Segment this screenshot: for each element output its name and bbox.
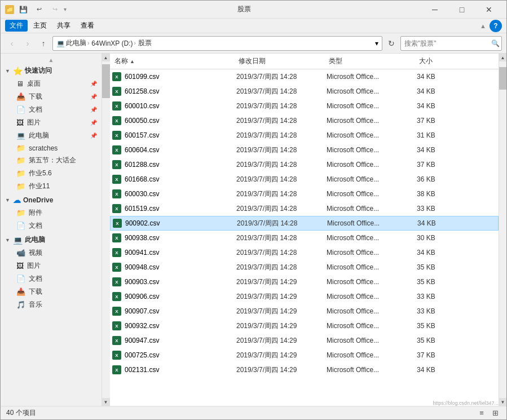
quick-redo-btn[interactable]: ↪: [48, 3, 61, 16]
sidebar-scroll-down-btn[interactable]: ▼: [102, 398, 110, 406]
minimize-button[interactable]: ─: [422, 1, 448, 19]
help-button[interactable]: ?: [490, 20, 502, 32]
quick-undo-btn[interactable]: ↩: [32, 3, 46, 16]
csv-icon: X: [112, 336, 121, 345]
downloads-icon: 📥: [16, 92, 25, 101]
col-header-type[interactable]: 类型: [327, 54, 417, 69]
file-name-cell: X 900907.csv: [112, 307, 236, 316]
quick-save-btn[interactable]: 💾: [16, 3, 30, 16]
right-scrollbar: ▲ ▼: [499, 54, 506, 406]
main-area: ▲ ▼ ⭐ 快速访问 🖥 桌面 📌 📥 下载 📌: [1, 54, 506, 406]
file-size-cell: 34 KB: [417, 146, 462, 154]
table-row[interactable]: X 900902.csv 2019/3/7/周四 14:28 Microsoft…: [110, 216, 499, 231]
table-row[interactable]: X 600604.csv 2019/3/7/周四 14:28 Microsoft…: [110, 143, 499, 157]
table-row[interactable]: X 002131.csv 2019/3/7/周四 14:29 Microsoft…: [110, 362, 499, 377]
csv-icon: X: [112, 116, 121, 125]
file-list-area: 名称 ▲ 修改日期 类型 大小 X 601099.csv 201: [110, 54, 499, 406]
ribbon-toggle[interactable]: ▲: [480, 23, 486, 29]
menu-view[interactable]: 查看: [76, 20, 99, 32]
file-name-cell: X 601099.csv: [112, 72, 236, 81]
sidebar-item-downloads[interactable]: 📥 下载 📌: [1, 90, 102, 103]
sidebar-item-hw56[interactable]: 📁 作业5.6: [1, 167, 102, 180]
file-date-cell: 2019/3/7/周四 14:29: [236, 336, 327, 346]
back-button[interactable]: ‹: [5, 37, 19, 50]
hw56-icon: 📁: [16, 169, 25, 178]
sidebar-header-onedrive[interactable]: ▼ ☁ OneDrive: [1, 194, 102, 206]
sidebar-header-quick-access[interactable]: ▼ ⭐ 快速访问: [1, 64, 102, 77]
up-button[interactable]: ↑: [37, 37, 50, 50]
sidebar-item-pictures[interactable]: 🖼 图片 📌: [1, 116, 102, 129]
file-date-cell: 2019/3/7/周四 14:29: [236, 307, 327, 316]
sidebar-item-od-documents[interactable]: 📄 文档: [1, 219, 102, 232]
sidebar-header-this-pc[interactable]: ▼ 💻 此电脑: [1, 233, 102, 246]
sidebar-scroll-up-btn[interactable]: ▲: [102, 54, 110, 61]
file-type-cell: Microsoft Office...: [327, 249, 417, 257]
file-name-cell: X 601519.csv: [112, 204, 236, 213]
list-view-icon[interactable]: ≡: [476, 408, 487, 419]
sidebar-scroll-up[interactable]: ▲: [1, 56, 102, 64]
file-name-cell: X 601288.csv: [112, 160, 236, 169]
path-current: 股票: [138, 38, 152, 48]
table-row[interactable]: X 601519.csv 2019/3/7/周四 14:28 Microsoft…: [110, 201, 499, 216]
sidebar-item-desktop[interactable]: 🖥 桌面 📌: [1, 77, 102, 90]
file-size-cell: 35 KB: [417, 278, 462, 286]
search-input[interactable]: [404, 39, 489, 47]
table-row[interactable]: X 900947.csv 2019/3/7/周四 14:29 Microsoft…: [110, 333, 499, 348]
col-header-size[interactable]: 大小: [417, 54, 462, 69]
onedrive-arrow: ▼: [5, 197, 11, 203]
sidebar-item-scratches[interactable]: 📁 scratches: [1, 142, 102, 154]
file-name-cell: X 600157.csv: [112, 131, 236, 140]
scroll-down-btn[interactable]: ▼: [499, 398, 507, 406]
table-row[interactable]: X 900906.csv 2019/3/7/周四 14:29 Microsoft…: [110, 289, 499, 304]
menu-share[interactable]: 共享: [52, 20, 75, 32]
sidebar-item-videos[interactable]: 📹 视频: [1, 246, 102, 259]
sidebar-item-documents[interactable]: 📄 文档 📌: [1, 103, 102, 116]
grid-view-icon[interactable]: ⊞: [490, 408, 501, 419]
scroll-thumb[interactable]: [499, 67, 507, 90]
file-size-cell: 33 KB: [417, 293, 462, 300]
onedrive-icon: ☁: [13, 196, 21, 205]
sidebar-scroll-thumb[interactable]: [102, 64, 110, 98]
col-header-name[interactable]: 名称 ▲: [112, 54, 236, 69]
sidebar-item-pc-downloads[interactable]: 📥 下载: [1, 285, 102, 298]
maximize-button[interactable]: □: [449, 1, 475, 19]
sidebar-item-pc-documents[interactable]: 📄 文档: [1, 272, 102, 285]
forward-button[interactable]: ›: [21, 37, 34, 50]
file-size-cell: 36 KB: [417, 175, 462, 183]
table-row[interactable]: X 600030.csv 2019/3/7/周四 14:28 Microsoft…: [110, 187, 499, 201]
path-dropdown-btn[interactable]: ▾: [375, 39, 378, 47]
table-row[interactable]: X 601258.csv 2019/3/7/周四 14:28 Microsoft…: [110, 84, 499, 99]
table-row[interactable]: X 600050.csv 2019/3/7/周四 14:28 Microsoft…: [110, 113, 499, 128]
sidebar-item-chapter5[interactable]: 📁 第五节：大话企: [1, 154, 102, 167]
table-row[interactable]: X 900948.csv 2019/3/7/周四 14:28 Microsoft…: [110, 260, 499, 275]
file-name-cell: X 900902.csv: [113, 219, 237, 228]
csv-icon: X: [112, 175, 121, 184]
table-row[interactable]: X 600010.csv 2019/3/7/周四 14:28 Microsoft…: [110, 99, 499, 113]
file-type-cell: Microsoft Office...: [327, 73, 417, 81]
menu-file[interactable]: 文件: [5, 20, 28, 32]
table-row[interactable]: X 601099.csv 2019/3/7/周四 14:28 Microsoft…: [110, 69, 499, 84]
file-date-cell: 2019/3/7/周四 14:28: [236, 189, 327, 199]
sidebar-item-thispc[interactable]: 💻 此电脑 📌: [1, 129, 102, 142]
close-button[interactable]: ✕: [476, 1, 502, 19]
table-row[interactable]: X 900938.csv 2019/3/7/周四 14:28 Microsoft…: [110, 231, 499, 245]
address-path[interactable]: 💻 此电脑 › 64WinXP (D:) › 股票 ▾: [52, 36, 382, 51]
table-row[interactable]: X 601668.csv 2019/3/7/周四 14:28 Microsoft…: [110, 172, 499, 187]
table-row[interactable]: X 900932.csv 2019/3/7/周四 14:29 Microsoft…: [110, 319, 499, 333]
refresh-button[interactable]: ↻: [385, 37, 398, 50]
table-row[interactable]: X 900903.csv 2019/3/7/周四 14:29 Microsoft…: [110, 275, 499, 289]
table-row[interactable]: X 600157.csv 2019/3/7/周四 14:28 Microsoft…: [110, 128, 499, 143]
table-row[interactable]: X 900907.csv 2019/3/7/周四 14:29 Microsoft…: [110, 304, 499, 319]
file-type-cell: Microsoft Office...: [327, 351, 417, 359]
table-row[interactable]: X 601288.csv 2019/3/7/周四 14:28 Microsoft…: [110, 157, 499, 172]
table-row[interactable]: X 000725.csv 2019/3/7/周四 14:29 Microsoft…: [110, 348, 499, 362]
sidebar-item-music[interactable]: 🎵 音乐: [1, 298, 102, 311]
scroll-up-btn[interactable]: ▲: [499, 54, 507, 61]
col-header-date[interactable]: 修改日期: [236, 54, 327, 69]
sidebar-item-attachments[interactable]: 📁 附件: [1, 206, 102, 219]
table-row[interactable]: X 900941.csv 2019/3/7/周四 14:28 Microsoft…: [110, 245, 499, 260]
sidebar-item-hw11[interactable]: 📁 作业11: [1, 180, 102, 193]
menu-home[interactable]: 主页: [29, 20, 51, 32]
csv-icon: X: [112, 263, 121, 272]
sidebar-item-pc-pictures[interactable]: 🖼 图片: [1, 259, 102, 272]
